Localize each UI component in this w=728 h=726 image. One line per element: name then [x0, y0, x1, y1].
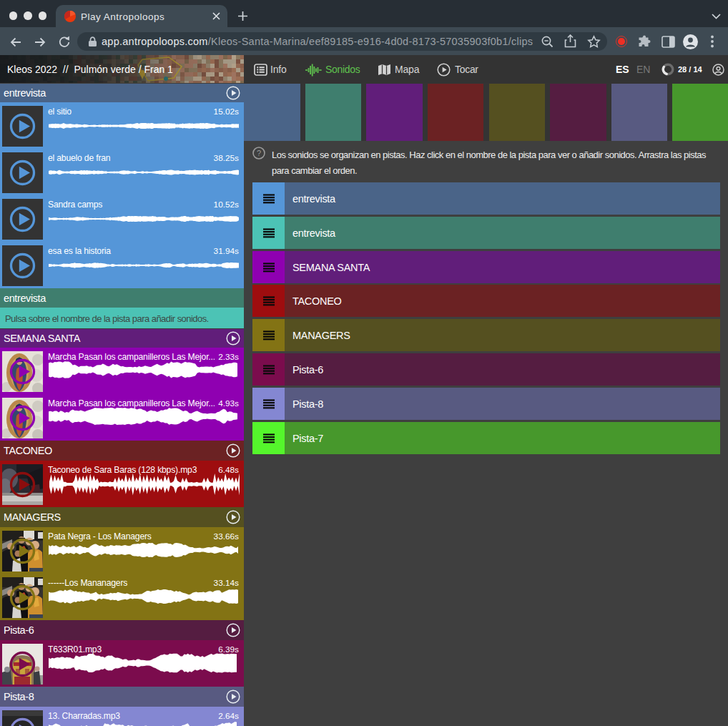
svg-text:?: ?	[257, 149, 261, 157]
